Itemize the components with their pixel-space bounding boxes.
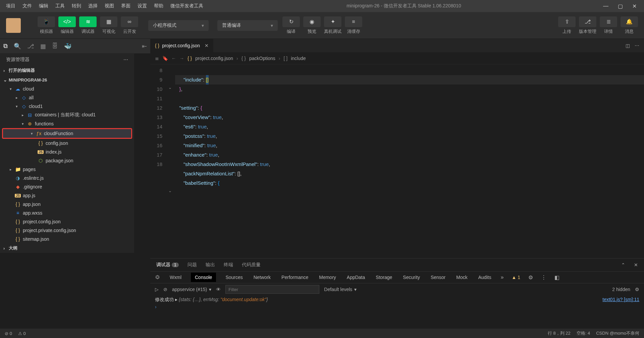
devtab-storage[interactable]: Storage (374, 273, 393, 282)
tree-all[interactable]: ▸◇all (0, 93, 134, 102)
close-tab-icon[interactable]: ✕ (205, 43, 209, 48)
docker-icon[interactable]: 🐳 (64, 43, 71, 50)
avatar[interactable] (6, 18, 21, 33)
panel-tab-terminal[interactable]: 终端 (224, 262, 233, 268)
detail-button[interactable]: ≣ (600, 16, 617, 27)
tree-cloud1[interactable]: ▾◇cloud1 (0, 102, 134, 111)
close-panel-icon[interactable]: ✕ (634, 262, 638, 268)
tree-package-json[interactable]: ⬡package.json (0, 156, 134, 165)
tree-index-js[interactable]: JSindex.js (0, 148, 134, 156)
devtab-memory[interactable]: Memory (318, 273, 337, 282)
project-section[interactable]: ⌄MINIPROGRAM-26 (0, 75, 134, 84)
menu-ui[interactable]: 界面 (118, 1, 134, 11)
devtab-sources[interactable]: Sources (224, 273, 244, 282)
tree-cloudfunction[interactable]: ▾ƒxcloudFunction (3, 129, 131, 138)
console-body[interactable]: 修改成功 ▸ {stats: {…}, errMsg: "document.up… (150, 295, 644, 329)
list-icon[interactable]: ≣ (155, 56, 159, 61)
maximize-icon[interactable]: ▢ (616, 3, 625, 9)
visual-button[interactable]: ▦ (100, 16, 117, 27)
tree-functions[interactable]: ▾⊕functions (0, 119, 134, 128)
devtab-sensor[interactable]: Sensor (429, 273, 447, 282)
devtab-wxml[interactable]: Wxml (168, 273, 183, 282)
menu-help[interactable]: 帮助 (151, 1, 167, 11)
clear-console-icon[interactable]: ⊘ (163, 287, 167, 292)
context-select[interactable]: appservice (#15)▾ (172, 287, 211, 292)
preview-button[interactable]: ◉ (303, 16, 321, 27)
fold-gutter[interactable]: ⌄ ⌄ (167, 64, 175, 258)
crumb-file[interactable]: project.config.json (195, 56, 233, 61)
menu-select[interactable]: 选择 (85, 1, 101, 11)
devtab-appdata[interactable]: AppData (345, 273, 366, 282)
dock-icon[interactable]: ◧ (554, 274, 559, 281)
menu-edit[interactable]: 编辑 (36, 1, 52, 11)
devtab-security[interactable]: Security (401, 273, 421, 282)
search-icon[interactable]: 🔍 (14, 43, 21, 50)
tree-sitemap[interactable]: { }sitemap.json (0, 235, 134, 243)
extensions-icon[interactable]: ▦ (40, 43, 46, 50)
debugger-button[interactable]: ≋ (79, 16, 97, 27)
outline-section[interactable]: ›大纲 (0, 243, 134, 253)
filter-input[interactable] (225, 285, 319, 294)
devtab-audits[interactable]: Audits (477, 273, 493, 282)
status-errors[interactable]: ⊘ 0 (5, 331, 12, 336)
tree-pages[interactable]: ▸📁pages (0, 165, 134, 174)
devtab-performance[interactable]: Performance (280, 273, 310, 282)
tab-project-config[interactable]: { } project.config.json ✕ (150, 39, 214, 52)
compile-button[interactable]: ↻ (282, 16, 300, 27)
tree-project-private[interactable]: { }project.private.config.json (0, 226, 134, 235)
gear-icon[interactable]: ⚙ (635, 287, 639, 292)
menu-view[interactable]: 视图 (101, 1, 117, 11)
tree-appjson[interactable]: { }app.json (0, 200, 134, 209)
panel-tab-output[interactable]: 输出 (206, 262, 215, 268)
hidden-count[interactable]: 2 hidden (612, 287, 630, 292)
tree-config-json[interactable]: { }config.json (0, 139, 134, 148)
menu-tools[interactable]: 工具 (52, 1, 68, 11)
panel-tab-debug[interactable]: 调试器1 (156, 262, 179, 268)
crumb-include[interactable]: include (291, 56, 306, 61)
devtab-network[interactable]: Network (252, 273, 272, 282)
source-link[interactable]: text01.js? [sm]:11 (602, 297, 639, 303)
gear-icon[interactable]: ⚙ (528, 274, 533, 281)
code-editor[interactable]: 8910 111213 141516 1718 ⌄ ⌄ "include": [… (150, 64, 644, 258)
more-icon[interactable]: ⋯ (635, 43, 639, 48)
menu-wxtools[interactable]: 微信开发者工具 (167, 1, 207, 11)
back-icon[interactable]: ← (171, 56, 176, 61)
message-button[interactable]: 🔔 (621, 16, 638, 27)
inspect-icon[interactable]: ⯐ (155, 274, 160, 280)
eye-icon[interactable]: 👁 (216, 287, 221, 292)
status-spaces[interactable]: 空格: 4 (577, 330, 590, 336)
tree-appwxss[interactable]: ≡app.wxss (0, 209, 134, 217)
forward-icon[interactable]: → (179, 56, 184, 61)
tree-cloud[interactable]: ▾☁cloud (0, 84, 134, 93)
editor-button[interactable]: </> (58, 16, 76, 27)
version-button[interactable]: ⎇ (579, 16, 596, 27)
play-icon[interactable]: ▷ (155, 287, 159, 292)
menu-file[interactable]: 文件 (19, 1, 35, 11)
bookmark-icon[interactable]: 🔖 (162, 56, 168, 61)
panel-tab-quality[interactable]: 代码质量 (242, 262, 261, 268)
clearcache-button[interactable]: ≡ (345, 16, 362, 27)
db-icon[interactable]: 🗄 (52, 43, 58, 50)
split-icon[interactable]: ◫ (626, 43, 630, 48)
clouddev-button[interactable]: ∞ (121, 16, 138, 27)
overflow-icon[interactable]: » (501, 274, 504, 280)
more-icon[interactable]: ⋯ (123, 57, 128, 62)
menu-project[interactable]: 项目 (3, 1, 19, 11)
minimize-icon[interactable]: — (601, 3, 610, 9)
menu-settings[interactable]: 设置 (134, 1, 150, 11)
compile-mode-select[interactable]: 普通编译▾ (217, 20, 278, 31)
explorer-icon[interactable]: ⧉ (3, 43, 8, 50)
devtab-console[interactable]: Console (191, 273, 216, 282)
chevron-up-icon[interactable]: ⌃ (621, 262, 625, 268)
tree-eslintrc[interactable]: ◑.eslintrc.js (0, 174, 134, 182)
panel-tab-issues[interactable]: 问题 (187, 262, 197, 268)
tree-project-config[interactable]: { }project.config.json (0, 217, 134, 226)
code-content[interactable]: "include": [] }, "setting": { "coverView… (175, 64, 644, 258)
simulator-button[interactable]: 📱 (38, 16, 55, 27)
tree-appjs[interactable]: JSapp.js (0, 191, 134, 200)
devtab-mock[interactable]: Mock (455, 273, 469, 282)
status-warnings[interactable]: ⚠ 0 (18, 331, 26, 336)
warning-badge[interactable]: ▲ 1 (512, 275, 521, 280)
mode-select[interactable]: 小程序模式▾ (148, 20, 209, 31)
status-position[interactable]: 行 8，列 22 (548, 330, 571, 336)
